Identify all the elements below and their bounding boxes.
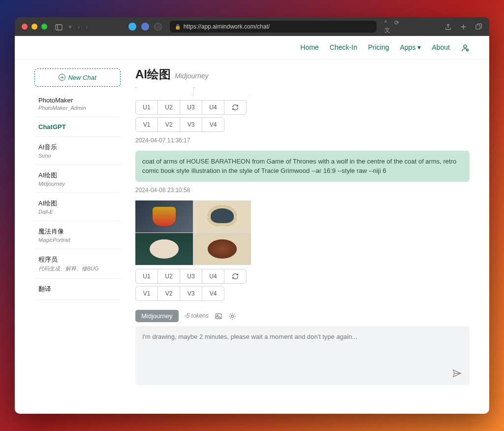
back-button[interactable]: ‹ [78,23,80,31]
tab-controls: ▾ ‹ › [55,23,88,30]
v2-button[interactable]: V2 [158,286,180,301]
u4-button[interactable]: U4 [202,100,224,115]
u1-button[interactable]: U1 [135,100,158,115]
v1-button[interactable]: V1 [135,286,158,301]
u3-button[interactable]: U3 [180,269,202,284]
v1-button[interactable]: V1 [135,117,158,132]
nav-about[interactable]: About [432,43,450,51]
user-prompt-bubble: coat of arms of HOUSE BARATHEON from Gam… [135,151,470,182]
sidebar-item-photomaker[interactable]: PhotoMaker PhotoMaker_Admin [34,91,121,117]
settings-icon[interactable] [228,311,236,320]
maximize-window-button[interactable] [41,24,47,30]
image-tile [135,200,193,232]
forward-button[interactable]: › [86,23,88,31]
upscale-row: U1 U2 U3 U4 [135,100,470,115]
lock-icon: 🔒 [175,24,181,30]
u2-button[interactable]: U2 [158,269,180,284]
sidebar: + New Chat PhotoMaker PhotoMaker_Admin C… [34,60,121,404]
sidebar-list: PhotoMaker PhotoMaker_Admin ChatGPT AI音乐… [34,91,121,300]
image-tile [193,233,251,265]
nav-checkin[interactable]: Check-In [330,43,357,51]
main-area: + New Chat PhotoMaker PhotoMaker_Admin C… [15,60,489,414]
v4-button[interactable]: V4 [202,286,224,301]
extension-badge-1[interactable] [128,23,136,31]
variation-row: V1 V2 V3 V4 [135,286,470,301]
composer-bar: Midjourney -5 tokens [135,306,470,326]
minimize-window-button[interactable] [32,24,37,30]
v4-button[interactable]: V4 [202,117,224,132]
top-nav: Home Check-In Pricing Apps ▾ About [15,36,489,60]
app-frame: Home Check-In Pricing Apps ▾ About + New… [15,36,489,414]
titlebar: ▾ ‹ › 🔒 https://app.aimindwork.com/chat/… [15,17,489,36]
url-bar[interactable]: 🔒 https://app.aimindwork.com/chat/ [170,21,377,33]
image-upload-icon[interactable] [215,311,222,320]
sidebar-item-chatgpt[interactable]: ChatGPT [34,117,121,137]
reload-icon[interactable]: ⟳ [394,19,399,34]
message-block-1: U1 U2 U3 U4 V1 V2 V3 V4 2024-04-07 1 [135,87,470,144]
v2-button[interactable]: V2 [158,117,180,132]
image-tile [193,87,251,96]
svg-point-3 [464,45,467,48]
tabs-icon[interactable] [475,22,482,31]
u1-button[interactable]: U1 [135,269,158,284]
content: AI绘图 Midjourney U1 U2 U3 U4 [121,60,470,404]
share-icon[interactable] [444,22,452,31]
sidebar-item-aimusic[interactable]: AI音乐 Suno [34,137,121,165]
new-chat-button[interactable]: + New Chat [34,68,121,87]
upscale-row: U1 U2 U3 U4 [135,269,470,284]
translate-icon[interactable]: ᴬ文 [384,19,390,34]
sidebar-item-programmer[interactable]: 程序员 代码生成、解释、修BUG [34,249,121,279]
u2-button[interactable]: U2 [158,100,180,115]
chevron-down-icon: ▾ [417,43,421,51]
traffic-lights [22,24,47,30]
extension-badge-3[interactable] [154,23,162,31]
image-tile [135,87,193,96]
message-block-2: U1 U2 U3 U4 V1 V2 V3 V4 [135,200,470,301]
image-tile [135,233,193,265]
timestamp: 2024-04-07 11:36:17 [135,137,470,144]
nav-home[interactable]: Home [300,43,318,51]
extension-badge-2[interactable] [141,23,149,31]
browser-window: ▾ ‹ › 🔒 https://app.aimindwork.com/chat/… [15,17,489,414]
nav-apps[interactable]: Apps ▾ [400,43,421,51]
variation-row: V1 V2 V3 V4 [135,117,470,132]
svg-rect-0 [56,25,62,30]
v3-button[interactable]: V3 [180,286,202,301]
svg-point-7 [231,315,233,318]
generated-image-grid-1[interactable] [135,87,251,96]
titlebar-right [444,22,482,31]
composer [135,326,470,385]
user-icon[interactable] [461,43,470,52]
v3-button[interactable]: V3 [180,117,202,132]
extension-badges [128,23,162,31]
reroll-button[interactable] [224,269,247,284]
prompt-input[interactable] [142,333,463,372]
reroll-button[interactable] [224,100,247,115]
url-text: https://app.aimindwork.com/chat/ [184,23,270,30]
page-title: AI绘图 Midjourney [135,60,470,87]
sidebar-item-dalle[interactable]: AI绘图 Dall-E [34,193,121,221]
plus-icon: + [59,74,65,81]
new-tab-icon[interactable] [460,22,467,31]
model-pill[interactable]: Midjourney [135,310,179,322]
timestamp: 2024-04-08 23:10:58 [135,187,470,194]
generated-image-grid-2[interactable] [135,200,251,265]
u4-button[interactable]: U4 [202,269,224,284]
svg-rect-2 [476,25,480,29]
sidebar-item-translate[interactable]: 翻译 [34,279,121,300]
send-button[interactable] [452,368,462,378]
image-tile [193,200,251,232]
sidebar-item-midjourney[interactable]: AI绘图 Midjourney [34,165,121,193]
message-scroll[interactable]: U1 U2 U3 U4 V1 V2 V3 V4 2024-04-07 1 [135,87,470,404]
sidebar-toggle-icon[interactable] [55,23,63,30]
u3-button[interactable]: U3 [180,100,202,115]
close-window-button[interactable] [22,24,28,30]
nav-pricing[interactable]: Pricing [368,43,389,51]
sidebar-item-magicportrait[interactable]: 魔法肖像 MagicPortrait [34,221,121,249]
dropdown-icon[interactable]: ▾ [68,23,72,31]
token-info: -5 tokens [185,312,209,319]
